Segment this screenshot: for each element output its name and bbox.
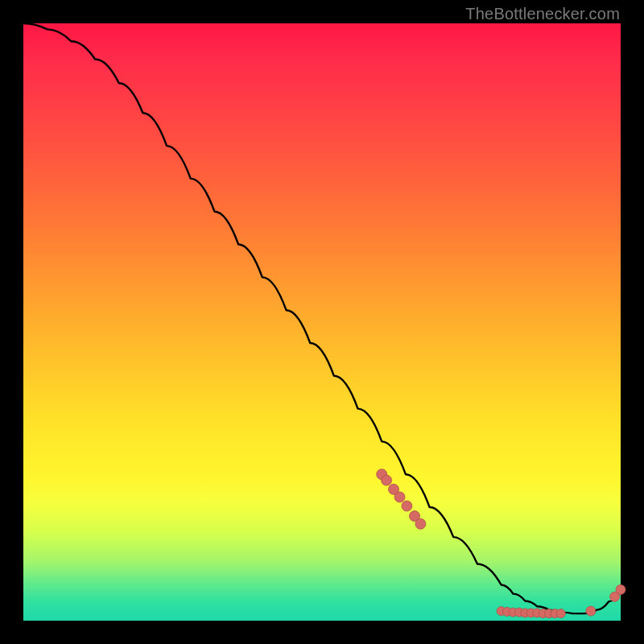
data-point: [616, 584, 625, 594]
bottleneck-curve: [23, 23, 621, 613]
data-point: [402, 501, 412, 511]
data-point: [556, 609, 565, 618]
chart-frame: TheBottlenecker.com: [0, 0, 644, 644]
data-point: [382, 475, 392, 485]
plot-area: [23, 23, 621, 621]
attribution-label: TheBottlenecker.com: [465, 5, 620, 23]
data-point: [586, 606, 596, 616]
data-point: [415, 518, 426, 529]
data-markers: [377, 469, 625, 618]
chart-svg: [23, 23, 621, 621]
data-point: [394, 492, 405, 502]
